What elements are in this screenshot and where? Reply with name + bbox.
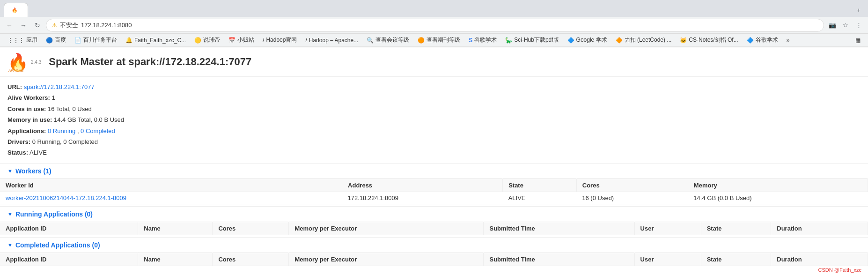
spark-version-label: 2.4.3 <box>31 60 41 65</box>
forward-button[interactable]: → <box>18 20 29 31</box>
running-apps-section-header[interactable]: ▼ Running Applications (0) <box>0 206 868 222</box>
bookmark-label: 查看会议等级 <box>375 36 409 44</box>
bookmark-scihub[interactable]: 🦕 Sci-Hub下载pdf版 <box>501 35 562 45</box>
new-tab-button[interactable]: + <box>853 4 864 15</box>
bookmark-button[interactable]: ☆ <box>840 20 851 31</box>
bookmark-hadoop[interactable]: / Hadoop官网 <box>259 35 301 45</box>
completed-apps-section-header[interactable]: ▼ Completed Applications (0) <box>0 237 868 253</box>
workers-table: Worker Id Address State Cores Memory wor… <box>0 179 868 204</box>
running-apps-section-title: Running Applications (0) <box>15 210 93 218</box>
bookmark-apps-grid[interactable]: ▦ <box>852 36 864 45</box>
bookmark-conference[interactable]: 🔍 查看会议等级 <box>363 35 413 45</box>
col-submitted-time: Submitted Time <box>484 222 634 235</box>
bookmark-label: Sci-Hub下载pdf版 <box>514 36 559 44</box>
faith-icon: 🔔 <box>125 37 132 44</box>
bookmark-hadoop-apache[interactable]: / Hadoop – Apache... <box>302 36 362 45</box>
col-submitted-time: Submitted Time <box>484 253 634 266</box>
status-value: ALIVE <box>29 149 47 156</box>
col-mem-executor: Memory per Executor <box>289 253 484 266</box>
col-address: Address <box>342 179 503 192</box>
col-state: State <box>503 179 577 192</box>
url-label: URL: <box>7 83 22 90</box>
screenshot-button[interactable]: 📷 <box>827 20 838 31</box>
bookmark-label: 说球帝 <box>203 36 220 44</box>
col-name: Name <box>138 253 213 266</box>
bookmark-csnotes[interactable]: 🐱 CS-Notes/剑指 Of... <box>676 35 742 45</box>
applications-row: Applications: 0 Running , 0 Completed <box>7 126 861 136</box>
workers-header-row: Worker Id Address State Cores Memory <box>0 179 868 192</box>
bookmark-baidu[interactable]: 🔵 百度 <box>42 35 70 45</box>
cores-value: 16 Total, 0 Used <box>48 105 92 112</box>
menu-button[interactable]: ⋮ <box>853 20 864 31</box>
security-warning-icon: ⚠ <box>52 22 57 29</box>
bookmark-baichuan[interactable]: 📄 百川任务平台 <box>71 35 121 45</box>
bookmark-label: 力扣 (LeetCode) ... <box>625 36 672 44</box>
reload-button[interactable]: ↻ <box>32 20 43 31</box>
running-apps-link[interactable]: 0 Running <box>48 127 75 134</box>
hadoop-icon: / <box>263 37 264 44</box>
workers-section-header[interactable]: ▼ Workers (1) <box>0 163 868 179</box>
completed-apps-table: Application ID Name Cores Memory per Exe… <box>0 253 868 266</box>
drivers-label: Drivers: <box>7 138 30 145</box>
worker-id-link[interactable]: worker-20211006214044-172.18.224.1-8009 <box>6 194 126 201</box>
url-value[interactable]: spark://172.18.224.1:7077 <box>24 83 95 90</box>
bookmark-google-scholar2[interactable]: 🔷 Google 学术 <box>564 35 611 45</box>
bookmark-google-scholar3[interactable]: 🔷 谷歌学术 <box>743 35 782 45</box>
svg-text:APACHE: APACHE <box>8 68 24 72</box>
address-text: 172.18.224.1:8080 <box>81 22 818 29</box>
nav-bar: ← → ↻ ⚠ 不安全 172.18.224.1:8080 📷 ☆ ⋮ <box>0 17 868 34</box>
memory-row: Memory in use: 14.4 GB Total, 0.0 B Used <box>7 114 861 125</box>
info-section: URL: spark://172.18.224.1:7077 Alive Wor… <box>0 77 868 163</box>
baichuan-icon: 📄 <box>74 37 81 44</box>
workers-table-head: Worker Id Address State Cores Memory <box>0 179 868 192</box>
apps-icon: ⋮⋮⋮ <box>7 37 24 44</box>
col-state: State <box>701 253 771 266</box>
spark-header: 🔥 APACHE 2.4.3 Spark Master at spark://1… <box>0 47 868 77</box>
back-button[interactable]: ← <box>4 20 15 31</box>
bookmark-faith[interactable]: 🔔 Faith_Faith_xzc_C... <box>122 36 190 45</box>
bookmark-qiudi[interactable]: 🟡 说球帝 <box>191 35 224 45</box>
status-row: Status: ALIVE <box>7 147 861 158</box>
tab-right-icons: + <box>853 4 864 15</box>
drivers-row: Drivers: 0 Running, 0 Completed <box>7 136 861 147</box>
bookmark-label: CS-Notes/剑指 Of... <box>689 36 738 44</box>
col-app-id: Application ID <box>0 222 138 235</box>
tab-bar: 🔥 + <box>0 0 868 17</box>
col-state: State <box>701 222 771 235</box>
conference-icon: 🔍 <box>367 37 374 44</box>
cores-label: Cores in use: <box>7 105 46 112</box>
bookmark-label: 百度 <box>55 36 66 44</box>
more-icon: » <box>787 37 790 44</box>
bookmark-leetcode[interactable]: 🔶 力扣 (LeetCode) ... <box>612 35 676 45</box>
bookmark-label: Hadoop – Apache... <box>309 37 358 44</box>
bookmark-google-scholar1[interactable]: S 谷歌学术 <box>465 35 500 45</box>
address-bar[interactable]: ⚠ 不安全 172.18.224.1:8080 <box>46 19 824 32</box>
running-apps-table: Application ID Name Cores Memory per Exe… <box>0 222 868 235</box>
running-apps-header-row: Application ID Name Cores Memory per Exe… <box>0 222 868 235</box>
col-user: User <box>634 253 701 266</box>
drivers-value: 0 Running, 0 Completed <box>32 138 98 145</box>
col-mem-executor: Memory per Executor <box>289 222 484 235</box>
completed-apps-table-head: Application ID Name Cores Memory per Exe… <box>0 253 868 266</box>
bookmark-journal[interactable]: 🟠 查看期刊等级 <box>414 35 464 45</box>
alive-workers-label: Alive Workers: <box>7 94 50 101</box>
memory-label: Memory in use: <box>7 116 52 123</box>
bookmark-more[interactable]: » <box>783 36 794 45</box>
memory-cell: 14.4 GB (0.0 B Used) <box>688 192 868 204</box>
watermark: CSDN @Faith_xzc <box>817 267 863 268</box>
workers-section-title: Workers (1) <box>15 167 51 175</box>
running-apps-table-wrapper: Application ID Name Cores Memory per Exe… <box>0 222 868 237</box>
state-cell: ALIVE <box>503 192 577 204</box>
address-cell: 172.18.224.1:8009 <box>342 192 503 204</box>
bookmark-xiaofan[interactable]: 📅 小贩站 <box>225 35 258 45</box>
workers-table-wrapper: Worker Id Address State Cores Memory wor… <box>0 179 868 206</box>
tab-favicon: 🔥 <box>12 7 17 13</box>
alive-workers-value: 1 <box>51 94 55 101</box>
active-tab[interactable]: 🔥 <box>4 3 28 17</box>
running-apps-toggle-icon: ▼ <box>7 211 13 217</box>
bookmark-apps[interactable]: ⋮⋮⋮ 应用 <box>4 35 41 45</box>
col-cores: Cores <box>213 253 289 266</box>
completed-apps-link[interactable]: 0 Completed <box>81 127 115 134</box>
bookmark-label: 百川任务平台 <box>83 36 117 44</box>
bookmark-label: 谷歌学术 <box>474 36 497 44</box>
